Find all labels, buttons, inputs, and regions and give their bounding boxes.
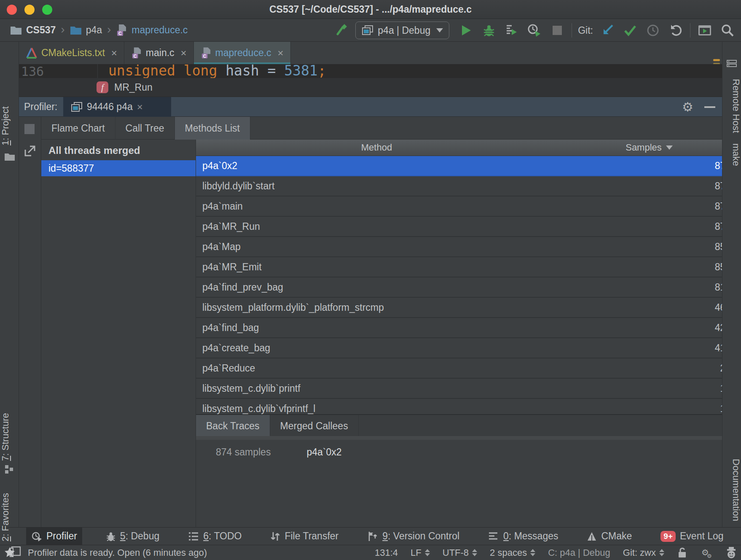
toolbar-separator bbox=[690, 23, 690, 38]
samples-cell: 853 bbox=[557, 237, 741, 256]
method-cell: p4a`find_bag bbox=[196, 318, 557, 337]
background-tasks-gears-icon[interactable]: ⚙⚙ bbox=[701, 547, 713, 559]
sidebar-item-remote-host[interactable]: Remote Host bbox=[722, 71, 741, 141]
rollback-icon[interactable] bbox=[667, 22, 684, 39]
close-icon[interactable]: × bbox=[181, 47, 187, 59]
close-icon[interactable]: × bbox=[278, 47, 284, 59]
close-window-button[interactable] bbox=[7, 5, 17, 15]
c-file-icon: C bbox=[116, 24, 127, 37]
tool-window-button-label: File Transfer bbox=[285, 530, 338, 542]
caret-position[interactable]: 131:4 bbox=[375, 547, 398, 558]
breadcrumb-project[interactable]: CS537 bbox=[26, 24, 56, 36]
main-toolbar: CS537 › p4a › C mapreduce.c p4a | Debug bbox=[0, 19, 741, 42]
table-row[interactable]: p4a`find_prev_bag815 bbox=[196, 277, 741, 298]
sidebar-item-project[interactable]: 1: Project bbox=[0, 105, 19, 147]
run-button[interactable] bbox=[458, 22, 475, 39]
run-with-coverage-icon[interactable] bbox=[503, 22, 520, 39]
sidebar-item-make[interactable]: make bbox=[722, 142, 741, 167]
close-icon[interactable]: × bbox=[137, 101, 143, 113]
build-hammer-icon[interactable] bbox=[333, 22, 349, 39]
hector-inspector-icon[interactable] bbox=[726, 547, 737, 559]
zoom-window-button[interactable] bbox=[42, 5, 52, 15]
file-transfer-icon bbox=[270, 531, 280, 542]
table-row[interactable]: libsystem_platform.dylib`_platform_strcm… bbox=[196, 298, 741, 318]
svg-text:⚙: ⚙ bbox=[707, 553, 712, 559]
sort-desc-icon bbox=[666, 145, 673, 150]
table-row[interactable]: p4a`main874 bbox=[196, 197, 741, 217]
history-clock-icon[interactable] bbox=[644, 22, 661, 39]
tool-window-bar: Profiler5: Debug6: TODOFile Transfer9: V… bbox=[0, 527, 741, 545]
tab-call-tree[interactable]: Call Tree bbox=[115, 117, 175, 140]
tab-flame-chart[interactable]: Flame Chart bbox=[41, 117, 115, 140]
tab-mapreduce-c[interactable]: C mapreduce.c × bbox=[194, 42, 291, 64]
table-row[interactable]: libsystem_c.dylib`printf19 bbox=[196, 379, 741, 399]
column-header-method[interactable]: Method bbox=[196, 140, 557, 156]
tab-cmakelists[interactable]: CMakeLists.txt × bbox=[19, 42, 124, 64]
close-icon[interactable]: × bbox=[111, 47, 117, 59]
gear-icon[interactable]: ⚙ bbox=[682, 101, 693, 113]
tab-back-traces[interactable]: Back Traces bbox=[196, 415, 270, 437]
project-folder-icon bbox=[4, 152, 15, 163]
run-configuration-label: p4a | Debug bbox=[378, 25, 430, 36]
method-cell: libsystem_c.dylib`printf bbox=[196, 379, 557, 398]
star-icon bbox=[4, 547, 15, 560]
profile-button[interactable] bbox=[526, 22, 543, 39]
git-commit-icon[interactable] bbox=[622, 22, 639, 39]
label: : Project bbox=[0, 107, 11, 141]
sidebar-item-documentation[interactable]: Documentation bbox=[722, 455, 741, 525]
line-ending-select[interactable]: LF bbox=[411, 547, 430, 558]
tool-window-button-file-transfer[interactable]: File Transfer bbox=[265, 528, 344, 545]
encoding-select[interactable]: UTF-8 bbox=[443, 547, 477, 558]
hide-tool-window-icon[interactable] bbox=[704, 106, 715, 108]
tool-window-button-version-control[interactable]: 9: Version Control bbox=[362, 528, 464, 545]
sidebar-item-favorites[interactable]: 2: Favorites bbox=[0, 491, 19, 544]
search-everywhere-icon[interactable] bbox=[719, 22, 736, 39]
updown-icon bbox=[472, 549, 477, 556]
methods-table: Method Samples p4a`0x2874libdyld.dylib`s… bbox=[196, 140, 741, 531]
table-row[interactable]: p4a`MR_Run874 bbox=[196, 217, 741, 237]
sidebar-item-structure[interactable]: 7: Structure bbox=[0, 413, 19, 461]
indent-select[interactable]: 2 spaces bbox=[490, 547, 535, 558]
tool-window-button-todo[interactable]: 6: TODO bbox=[183, 528, 247, 545]
table-row[interactable]: p4a`MR_Emit850 bbox=[196, 257, 741, 277]
thread-row-selected[interactable]: id=588377 bbox=[41, 160, 196, 176]
tool-window-button-event-log[interactable]: 9+Event Log bbox=[655, 528, 728, 545]
debug-button[interactable] bbox=[481, 22, 497, 39]
git-update-icon[interactable] bbox=[599, 22, 616, 39]
minimize-window-button[interactable] bbox=[24, 5, 35, 15]
table-row[interactable]: p4a`find_bag429 bbox=[196, 318, 741, 338]
table-row[interactable]: p4a`Reduce21 bbox=[196, 358, 741, 379]
tool-window-button-cmake[interactable]: CMake bbox=[582, 528, 637, 545]
tool-window-button-debug[interactable]: 5: Debug bbox=[101, 528, 164, 545]
breadcrumb-folder[interactable]: p4a bbox=[86, 24, 102, 36]
tab-methods-list[interactable]: Methods List bbox=[175, 117, 250, 140]
backtrace-row[interactable]: 874 samples p4a`0x2 bbox=[196, 444, 741, 460]
tab-main-c[interactable]: C main.c × bbox=[124, 42, 194, 64]
tool-window-button-profiler[interactable]: Profiler bbox=[26, 528, 82, 545]
tool-window-button-messages[interactable]: 0: Messages bbox=[483, 528, 563, 545]
breadcrumb-file[interactable]: mapreduce.c bbox=[132, 24, 188, 36]
updown-icon bbox=[425, 549, 430, 556]
status-message[interactable]: Profiler data is ready. Open (6 minutes … bbox=[28, 547, 207, 558]
cmake-profile-label[interactable]: C: p4a | Debug bbox=[548, 547, 610, 558]
remote-host-icon bbox=[726, 59, 737, 71]
tool-window-button-label: 6: TODO bbox=[203, 530, 242, 542]
stop-button[interactable] bbox=[549, 22, 566, 39]
stop-square-icon[interactable] bbox=[24, 124, 35, 134]
tab-merged-callees[interactable]: Merged Callees bbox=[270, 415, 359, 437]
open-in-new-window-icon[interactable] bbox=[24, 145, 36, 159]
table-row[interactable]: p4a`create_bag417 bbox=[196, 338, 741, 358]
run-anything-icon[interactable] bbox=[696, 22, 713, 39]
table-row[interactable]: p4a`Map853 bbox=[196, 237, 741, 257]
function-name[interactable]: MR_Run bbox=[114, 82, 153, 93]
profiler-session-tab[interactable]: 94446 p4a × bbox=[63, 97, 171, 117]
git-branch-select[interactable]: Git: zwx bbox=[623, 547, 664, 558]
label: : Structure bbox=[0, 413, 11, 456]
table-row[interactable]: p4a`0x2874 bbox=[196, 156, 741, 176]
run-configuration-select[interactable]: p4a | Debug bbox=[355, 22, 449, 39]
table-row[interactable]: libdyld.dylib`start874 bbox=[196, 176, 741, 197]
error-stripe-mark[interactable] bbox=[713, 59, 720, 61]
svg-text:C: C bbox=[203, 53, 206, 58]
column-header-samples[interactable]: Samples bbox=[557, 140, 741, 156]
unlock-icon[interactable] bbox=[677, 547, 688, 559]
